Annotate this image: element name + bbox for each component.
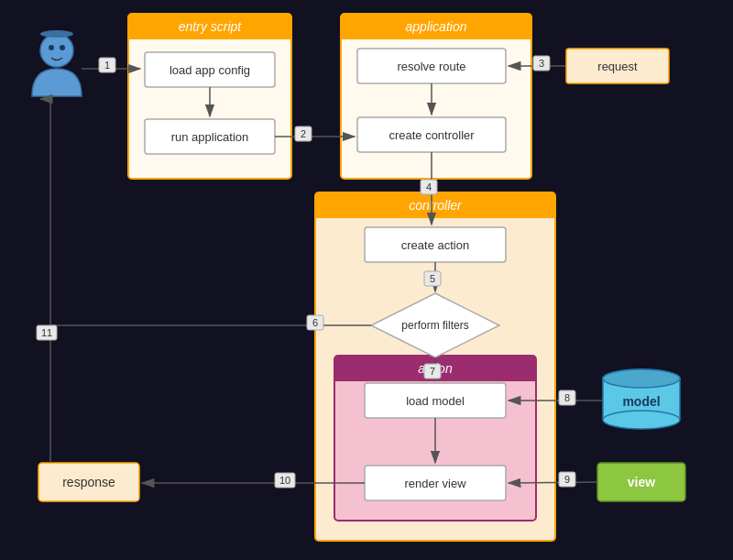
entry-script-label: entry script — [179, 19, 243, 34]
response-text: response — [62, 475, 115, 489]
load-model-text: load model — [406, 394, 465, 408]
diagram: entry script application controller acti… — [0, 0, 733, 560]
create-controller-text: create controller — [388, 128, 475, 142]
application-label: application — [406, 19, 467, 34]
user-hat — [40, 30, 73, 38]
arrow-2-label: 2 — [301, 128, 306, 139]
user-eye-left — [49, 45, 54, 50]
render-view-text: render view — [404, 477, 466, 490]
user-head — [40, 34, 73, 67]
arrow-10-label: 10 — [279, 475, 290, 486]
model-text: model — [622, 394, 660, 409]
arrow-6-label: 6 — [312, 317, 318, 328]
resolve-route-text: resolve route — [397, 60, 465, 73]
arrow-8-label: 8 — [564, 392, 570, 403]
user-eye-right — [60, 45, 65, 50]
arrow-1-label: 1 — [104, 60, 110, 71]
load-app-config-text: load app config — [170, 63, 250, 77]
arrow-9-label: 9 — [564, 474, 570, 485]
arrow-5-label: 5 — [430, 273, 435, 284]
run-application-text: run application — [171, 130, 249, 144]
model-bottom — [603, 411, 680, 429]
request-text: request — [597, 60, 638, 73]
controller-label: controller — [409, 198, 463, 213]
arrow-9-line — [509, 482, 597, 483]
arrow-4-label: 4 — [426, 181, 432, 192]
perform-filters-text: perform filters — [401, 319, 468, 332]
main-svg: entry script application controller acti… — [0, 0, 733, 560]
view-text: view — [628, 475, 655, 489]
arrow-11-label: 11 — [41, 327, 52, 338]
model-top2 — [603, 369, 680, 388]
arrow-3-label: 3 — [539, 58, 544, 69]
create-action-text: create action — [401, 238, 469, 252]
arrow-7-label: 7 — [430, 366, 435, 377]
